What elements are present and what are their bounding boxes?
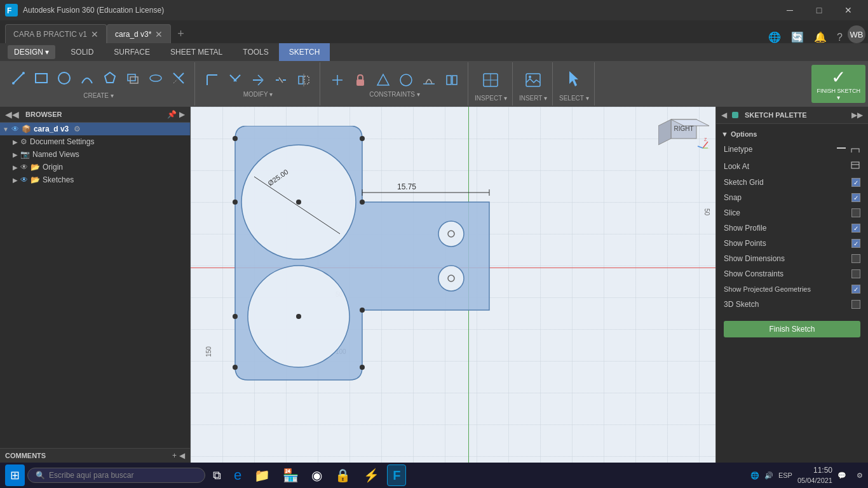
update-icon[interactable]: 🔄 bbox=[786, 31, 809, 43]
visibility-eye-icon[interactable]: 👁 bbox=[20, 163, 28, 172]
sidebar-item-origin[interactable]: ▶ 👁 📂 Origin bbox=[0, 161, 190, 173]
sketch-grid-checkbox[interactable]: ✓ bbox=[851, 178, 860, 187]
microsoft-store-button[interactable]: 🏪 bbox=[278, 464, 304, 486]
tangent-constraint-button[interactable] bbox=[418, 71, 440, 90]
vpn-button[interactable]: 🔒 bbox=[330, 464, 356, 486]
palette-collapse-icon[interactable]: ◀ bbox=[721, 111, 727, 119]
extend-tool-button[interactable] bbox=[247, 71, 269, 90]
ribbon-tab-sheet-metal[interactable]: SHEET METAL bbox=[160, 43, 233, 61]
palette-expand-icon[interactable]: ▶▶ bbox=[851, 111, 863, 119]
notification-icon[interactable]: 🔔 bbox=[809, 31, 832, 43]
show-points-checkbox[interactable]: ✓ bbox=[851, 239, 860, 248]
ribbon-tab-surface[interactable]: SURFACE bbox=[104, 43, 160, 61]
expand-arrow-icon[interactable]: ▶ bbox=[13, 139, 18, 146]
circle-tool-button[interactable] bbox=[53, 69, 75, 91]
sidebar-item-sketches[interactable]: ▶ 👁 📂 Sketches bbox=[0, 173, 190, 186]
edge-browser-button[interactable]: e bbox=[229, 464, 247, 486]
svg-point-50 bbox=[360, 365, 365, 370]
options-group-header[interactable]: ▼ Options bbox=[716, 128, 868, 140]
finish-sketch-palette-button[interactable]: Finish Sketch bbox=[724, 321, 860, 337]
lock-constraint-button[interactable] bbox=[349, 71, 371, 90]
slice-checkbox[interactable] bbox=[851, 208, 860, 217]
triangle-constraint-button[interactable] bbox=[372, 71, 394, 90]
expand-arrow-icon[interactable]: ▶ bbox=[13, 164, 18, 171]
browser-icon[interactable]: 🌐 bbox=[763, 31, 786, 43]
offset-tool-button[interactable] bbox=[122, 69, 144, 91]
linetype-dashed-icon[interactable] bbox=[850, 144, 860, 154]
games-button[interactable]: ⚡ bbox=[358, 464, 384, 486]
show-projected-checkbox[interactable]: ✓ bbox=[851, 285, 860, 294]
trim2-tool-button[interactable] bbox=[224, 71, 246, 90]
settings-gear-icon[interactable]: ⚙ bbox=[74, 125, 81, 133]
design-button[interactable]: DESIGN ▾ bbox=[8, 45, 55, 59]
rectangle-tool-button[interactable] bbox=[31, 69, 52, 91]
sidebar-item-named-views[interactable]: ▶ 📷 Named Views bbox=[0, 148, 190, 161]
expand-arrow-icon[interactable]: ▶ bbox=[13, 151, 18, 158]
mirror-tool-button[interactable] bbox=[293, 71, 315, 90]
tab-close-icon[interactable]: ✕ bbox=[91, 29, 98, 39]
insert-image-button[interactable] bbox=[520, 67, 546, 93]
search-bar[interactable]: 🔍 Escribe aquí para buscar bbox=[27, 468, 205, 483]
linetype-solid-icon[interactable] bbox=[836, 144, 846, 154]
inspect-measure-button[interactable] bbox=[478, 67, 503, 93]
settings-icon[interactable]: ⚙ bbox=[857, 471, 863, 480]
break-tool-button[interactable] bbox=[270, 71, 292, 90]
sidebar-expand-icon[interactable]: ▶ bbox=[179, 110, 185, 119]
sidebar-pin-icon[interactable]: 📌 bbox=[167, 110, 177, 119]
start-button[interactable]: ⊞ bbox=[5, 464, 25, 486]
look-at-button[interactable] bbox=[850, 161, 860, 172]
svg-point-39 bbox=[438, 266, 464, 291]
sidebar-item-doc-settings[interactable]: ▶ ⚙ Document Settings bbox=[0, 135, 190, 148]
visibility-eye-icon[interactable]: 👁 bbox=[20, 175, 28, 184]
add-tab-button[interactable]: + bbox=[171, 24, 190, 43]
fillet-tool-button[interactable] bbox=[201, 71, 223, 90]
user-avatar[interactable]: WB bbox=[848, 25, 865, 43]
maximize-button[interactable]: □ bbox=[804, 0, 834, 20]
tab-cara-d[interactable]: cara_d v3* ✕ bbox=[107, 24, 171, 43]
ribbon-tab-sketch[interactable]: SKETCH bbox=[279, 43, 330, 61]
file-explorer-button[interactable]: 📁 bbox=[249, 464, 275, 486]
canvas-area[interactable]: 50 50 100 150 15.75 Ø25.00 bbox=[191, 107, 715, 463]
tab-close-icon[interactable]: ✕ bbox=[155, 29, 163, 39]
collapse-comments-icon[interactable]: ◀ bbox=[179, 451, 185, 460]
nav-cube[interactable]: RIGHT Z X bbox=[658, 113, 709, 151]
polygon-tool-button[interactable] bbox=[99, 69, 121, 91]
ribbon-tab-tools[interactable]: TOOLS bbox=[233, 43, 278, 61]
tab-cara-b[interactable]: CARA B PRACTIC v1 ✕ bbox=[5, 24, 107, 43]
arc-tool-button[interactable] bbox=[76, 69, 98, 91]
folder-icon: 📁 bbox=[254, 468, 270, 483]
coincident-constraint-button[interactable] bbox=[327, 71, 348, 90]
show-dimensions-checkbox[interactable] bbox=[851, 254, 860, 263]
task-view-button[interactable]: ⧉ bbox=[208, 464, 226, 486]
close-button[interactable]: ✕ bbox=[834, 0, 863, 20]
snap-checkbox[interactable]: ✓ bbox=[851, 193, 860, 202]
line-tool-button[interactable] bbox=[8, 69, 29, 91]
show-profile-checkbox[interactable]: ✓ bbox=[851, 224, 860, 233]
visibility-eye-icon[interactable]: 👁 bbox=[11, 125, 19, 133]
sidebar-item-root[interactable]: ▼ 👁 📦 cara_d v3 ⚙ bbox=[0, 123, 190, 135]
sketch-3d-checkbox[interactable] bbox=[851, 300, 860, 309]
slice-label: Slice bbox=[724, 208, 848, 217]
expand-arrow-icon[interactable]: ▼ bbox=[3, 126, 9, 133]
help-icon[interactable]: ? bbox=[832, 32, 848, 43]
sidebar-collapse-icon[interactable]: ◀◀ bbox=[5, 109, 19, 119]
notifications-icon[interactable]: 💬 bbox=[837, 471, 846, 480]
fusion360-icon: F bbox=[393, 468, 400, 483]
finish-sketch-button[interactable]: ✓ FINISH SKETCH ▾ bbox=[811, 65, 865, 103]
expand-arrow-icon[interactable]: ▶ bbox=[13, 177, 18, 184]
circle-constraint-button[interactable] bbox=[395, 71, 417, 90]
fusion360-button[interactable]: F bbox=[387, 464, 406, 486]
add-comment-icon[interactable]: + bbox=[172, 451, 177, 460]
clock[interactable]: 11:50 05/04/2021 bbox=[797, 465, 832, 485]
select-tool-button[interactable] bbox=[561, 67, 587, 93]
ribbon-tab-solid[interactable]: SOLID bbox=[60, 43, 104, 61]
language-indicator[interactable]: ESP bbox=[778, 471, 792, 479]
mirror-constraint-button[interactable] bbox=[441, 71, 463, 90]
show-constraints-checkbox[interactable] bbox=[851, 269, 860, 278]
chrome-button[interactable]: ◉ bbox=[306, 464, 327, 486]
network-icon[interactable]: 🌐 bbox=[750, 471, 759, 480]
trim-tool-button[interactable] bbox=[168, 69, 189, 91]
volume-icon[interactable]: 🔊 bbox=[764, 471, 773, 480]
minimize-button[interactable]: ─ bbox=[775, 0, 804, 20]
project-tool-button[interactable] bbox=[145, 69, 166, 91]
